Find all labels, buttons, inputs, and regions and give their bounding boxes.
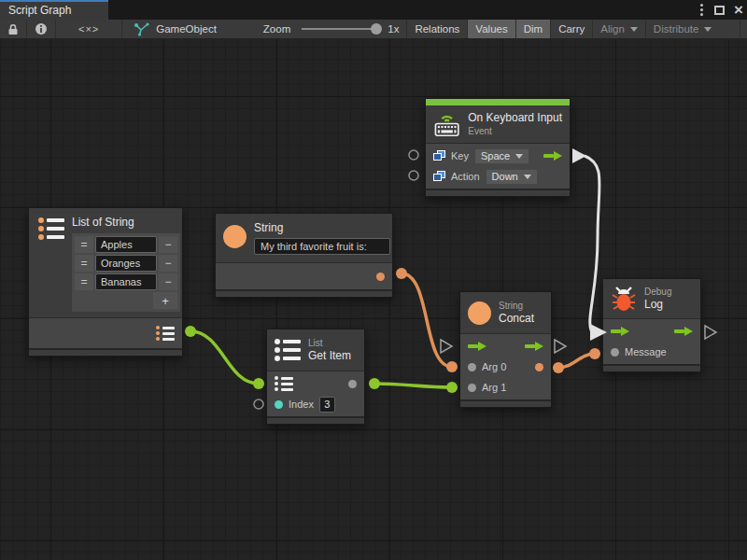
- graph-canvas[interactable]: On Keyboard Input Event Key Space: [0, 39, 747, 560]
- flow-out-port[interactable]: [525, 342, 543, 351]
- tab-script-graph[interactable]: Script Graph: [0, 0, 108, 20]
- relations-button[interactable]: Relations: [406, 20, 467, 38]
- list-item-row: = Oranges −: [75, 255, 177, 272]
- node-category: Debug: [644, 286, 671, 298]
- overview-button[interactable]: Overview: [740, 20, 747, 38]
- node-subtitle: Event: [468, 125, 562, 137]
- node-category: List: [308, 337, 351, 349]
- keyboard-icon: [433, 112, 460, 137]
- arg0-label: Arg 0: [482, 361, 506, 372]
- string-icon: [468, 301, 491, 325]
- node-footer: [603, 364, 700, 371]
- list-item-field[interactable]: Apples: [95, 236, 157, 253]
- node-title: Concat: [499, 312, 534, 326]
- node-footer: [267, 416, 364, 424]
- window-menu-icon[interactable]: [698, 2, 705, 18]
- node-footer: [460, 399, 551, 407]
- inspect-code-button[interactable]: <×>: [56, 20, 122, 38]
- graph-target[interactable]: GameObject: [122, 20, 224, 38]
- drag-handle[interactable]: =: [75, 236, 93, 253]
- list-item-field[interactable]: Bananas: [95, 273, 157, 290]
- string-value-field[interactable]: My third favorite fruit is:: [254, 238, 390, 255]
- lock-icon: [7, 23, 19, 35]
- info-icon: [35, 22, 48, 35]
- dropdown-caret-icon: [630, 27, 638, 32]
- lock-button[interactable]: [0, 20, 27, 38]
- maximize-icon[interactable]: [714, 6, 725, 15]
- list-output-port[interactable]: [156, 326, 175, 341]
- index-input-port[interactable]: [275, 400, 283, 409]
- string-output-port[interactable]: [376, 273, 385, 281]
- zoom-slider[interactable]: 1x: [290, 20, 406, 38]
- list-inspector: = Apples − = Oranges − = Bananas −: [72, 233, 180, 312]
- dropdown-caret-icon: [524, 175, 531, 179]
- index-field[interactable]: 3: [319, 397, 335, 413]
- node-on-keyboard-input[interactable]: On Keyboard Input Event Key Space: [425, 98, 571, 197]
- remove-item-button[interactable]: −: [159, 255, 177, 272]
- enum-icon: [433, 150, 445, 161]
- bug-icon: [611, 285, 637, 313]
- node-title: Log: [644, 298, 671, 312]
- title-bar: Script Graph ×: [0, 0, 747, 20]
- flow-in-port[interactable]: [611, 327, 629, 336]
- visual-scripting-window: Script Graph × <×>: [0, 0, 747, 560]
- zoom-slider-track[interactable]: [302, 28, 380, 30]
- node-title: Get Item: [308, 349, 351, 363]
- node-list-of-string[interactable]: List of String = Apples − = Oranges −: [28, 207, 183, 357]
- dropdown-caret-icon: [515, 154, 523, 159]
- message-label: Message: [625, 346, 667, 357]
- node-get-item[interactable]: List Get Item Index 3: [266, 329, 365, 425]
- message-input-port[interactable]: [611, 348, 619, 357]
- list-item-row: = Bananas −: [75, 273, 177, 290]
- string-icon: [223, 225, 247, 248]
- arg1-label: Arg 1: [482, 382, 506, 393]
- carry-button[interactable]: Carry: [550, 20, 592, 38]
- info-button[interactable]: [27, 20, 56, 38]
- event-header-bar: [426, 99, 570, 105]
- align-button[interactable]: Align: [592, 20, 645, 38]
- zoom-slider-handle[interactable]: [371, 23, 382, 35]
- node-footer: [426, 189, 570, 196]
- node-footer: [216, 289, 392, 297]
- node-title: List of String: [72, 216, 180, 230]
- arg0-input-port[interactable]: [468, 363, 476, 371]
- distribute-button[interactable]: Distribute: [645, 20, 720, 38]
- enum-icon: [433, 171, 445, 182]
- drag-handle[interactable]: =: [75, 255, 93, 272]
- zoom-value: 1x: [388, 23, 399, 35]
- add-item-button[interactable]: +: [153, 292, 177, 309]
- node-title: On Keyboard Input: [468, 111, 562, 125]
- result-output-port[interactable]: [535, 363, 543, 371]
- graph-icon: [134, 22, 149, 36]
- list-item-row: = Apples −: [75, 236, 177, 253]
- action-dropdown[interactable]: Down: [486, 169, 538, 185]
- key-port-label: Key: [451, 150, 469, 161]
- flow-out-port[interactable]: [674, 327, 693, 336]
- remove-item-button[interactable]: −: [159, 273, 177, 290]
- zoom-label: Zoom: [256, 20, 290, 38]
- flow-out-port[interactable]: [543, 151, 562, 161]
- action-port-label: Action: [451, 171, 480, 182]
- code-icon: <×>: [78, 23, 99, 35]
- drag-handle[interactable]: =: [75, 273, 93, 290]
- remove-item-button[interactable]: −: [159, 236, 177, 253]
- list-item-field[interactable]: Oranges: [95, 255, 157, 272]
- index-label: Index: [289, 399, 314, 410]
- node-string-literal[interactable]: String My third favorite fruit is:: [215, 213, 393, 298]
- list-input-port[interactable]: [275, 376, 293, 391]
- values-button[interactable]: Values: [467, 20, 514, 38]
- dropdown-caret-icon: [704, 27, 712, 32]
- list-icon: [275, 339, 301, 361]
- item-output-port[interactable]: [348, 380, 357, 388]
- node-footer: [29, 348, 182, 356]
- node-concat[interactable]: String Concat Arg 0 Arg 1: [459, 291, 552, 408]
- node-debug-log[interactable]: Debug Log Message: [602, 278, 701, 372]
- dim-button[interactable]: Dim: [515, 20, 550, 38]
- flow-in-port[interactable]: [468, 342, 486, 351]
- arg1-input-port[interactable]: [468, 384, 476, 392]
- close-icon[interactable]: ×: [734, 2, 743, 18]
- key-dropdown[interactable]: Space: [474, 148, 529, 164]
- graph-target-label: GameObject: [156, 23, 217, 35]
- node-category: String: [499, 300, 534, 312]
- list-icon: [38, 217, 64, 240]
